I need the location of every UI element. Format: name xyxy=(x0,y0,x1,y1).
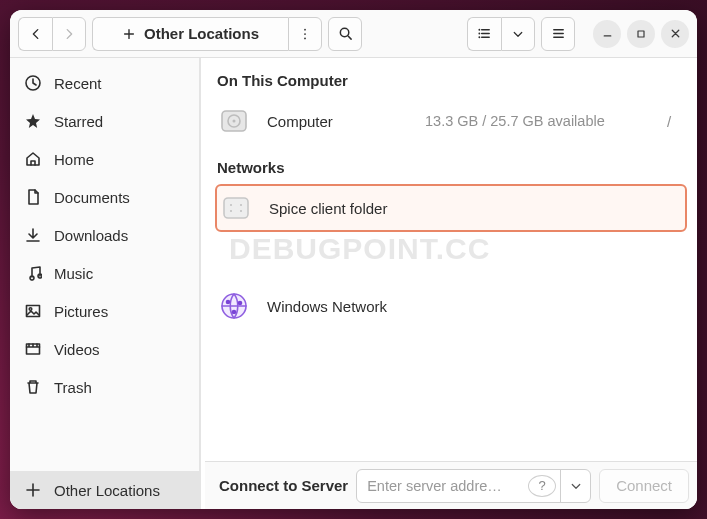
video-icon xyxy=(24,340,42,358)
forward-button[interactable] xyxy=(52,17,86,51)
svg-rect-15 xyxy=(224,198,248,218)
window-maximize-button[interactable] xyxy=(627,20,655,48)
watermark-text: DEBUGPOINT.CC xyxy=(229,232,490,266)
list-icon xyxy=(477,26,492,41)
location-bar-group: Other Locations xyxy=(92,17,322,51)
hard-drive-icon xyxy=(219,106,249,136)
svg-rect-7 xyxy=(638,31,644,37)
svg-point-3 xyxy=(340,28,348,36)
sidebar-item-pictures[interactable]: Pictures xyxy=(10,292,199,330)
sidebar-item-music[interactable]: Music xyxy=(10,254,199,292)
sidebar-item-label: Documents xyxy=(54,189,130,206)
sidebar-item-label: Recent xyxy=(54,75,102,92)
back-button[interactable] xyxy=(18,17,52,51)
svg-point-2 xyxy=(304,37,306,39)
svg-point-14 xyxy=(233,120,236,123)
sidebar: Recent Starred Home Documents Downloads … xyxy=(10,58,200,509)
network-row-windows[interactable]: Windows Network xyxy=(215,282,693,330)
document-icon xyxy=(24,188,42,206)
svg-point-19 xyxy=(240,210,242,212)
sidebar-item-recent[interactable]: Recent xyxy=(10,64,199,102)
sidebar-item-label: Home xyxy=(54,151,94,168)
sidebar-item-home[interactable]: Home xyxy=(10,140,199,178)
drive-mountpoint: / xyxy=(657,113,681,130)
home-icon xyxy=(24,150,42,168)
server-address-input[interactable] xyxy=(357,478,528,494)
connect-to-server-bar: Connect to Server ? Connect xyxy=(205,461,697,509)
chevron-right-icon xyxy=(62,27,76,41)
chevron-down-icon xyxy=(570,480,582,492)
location-menu-button[interactable] xyxy=(288,17,322,51)
location-bar[interactable]: Other Locations xyxy=(92,17,288,51)
sidebar-item-label: Trash xyxy=(54,379,92,396)
view-options-button[interactable] xyxy=(501,17,535,51)
sidebar-item-documents[interactable]: Documents xyxy=(10,178,199,216)
drive-row-computer[interactable]: Computer 13.3 GB / 25.7 GB available / xyxy=(215,97,693,145)
svg-point-21 xyxy=(226,300,231,305)
svg-point-1 xyxy=(304,33,306,35)
svg-point-23 xyxy=(232,310,237,315)
picture-icon xyxy=(24,302,42,320)
drive-capacity: 13.3 GB / 25.7 GB available xyxy=(425,113,639,129)
plus-icon xyxy=(122,27,136,41)
network-drive-icon xyxy=(221,193,251,223)
maximize-icon xyxy=(635,28,647,40)
titlebar: Other Locations xyxy=(10,10,697,58)
nav-history-group xyxy=(18,17,86,51)
connect-to-server-label: Connect to Server xyxy=(213,477,348,494)
sidebar-spacer xyxy=(10,406,199,471)
svg-point-22 xyxy=(238,301,243,306)
hamburger-menu-button[interactable] xyxy=(541,17,575,51)
section-networks: Networks xyxy=(215,155,693,184)
svg-point-0 xyxy=(304,28,306,30)
search-button[interactable] xyxy=(328,17,362,51)
section-on-this-computer: On This Computer xyxy=(215,68,693,97)
chevron-left-icon xyxy=(29,27,43,41)
close-icon xyxy=(669,27,682,40)
main-pane: On This Computer Computer 13.3 GB / 25.7… xyxy=(200,58,697,509)
sidebar-item-label: Other Locations xyxy=(54,482,160,499)
sidebar-item-starred[interactable]: Starred xyxy=(10,102,199,140)
sidebar-item-trash[interactable]: Trash xyxy=(10,368,199,406)
svg-point-17 xyxy=(230,210,232,212)
help-icon[interactable]: ? xyxy=(528,475,556,497)
sidebar-item-label: Videos xyxy=(54,341,100,358)
sidebar-item-label: Downloads xyxy=(54,227,128,244)
sidebar-item-videos[interactable]: Videos xyxy=(10,330,199,368)
connect-button-label: Connect xyxy=(616,477,672,494)
view-switch-group xyxy=(467,17,535,51)
window-body: Recent Starred Home Documents Downloads … xyxy=(10,58,697,509)
window-close-button[interactable] xyxy=(661,20,689,48)
search-icon xyxy=(338,26,353,41)
plus-icon xyxy=(24,481,42,499)
network-globe-icon xyxy=(219,291,249,321)
clock-icon xyxy=(24,74,42,92)
svg-point-4 xyxy=(478,29,480,31)
window-minimize-button[interactable] xyxy=(593,20,621,48)
drive-name: Computer xyxy=(267,113,407,130)
file-manager-window: Other Locations xyxy=(10,10,697,509)
music-icon xyxy=(24,264,42,282)
content-area: On This Computer Computer 13.3 GB / 25.7… xyxy=(205,58,697,461)
sidebar-item-downloads[interactable]: Downloads xyxy=(10,216,199,254)
server-address-group: ? xyxy=(356,469,591,503)
location-label: Other Locations xyxy=(144,25,259,42)
svg-rect-9 xyxy=(27,306,40,317)
svg-point-10 xyxy=(29,308,32,311)
sidebar-item-other-locations[interactable]: Other Locations xyxy=(10,471,199,509)
connect-button[interactable]: Connect xyxy=(599,469,689,503)
trash-icon xyxy=(24,378,42,396)
server-history-dropdown[interactable] xyxy=(560,470,590,502)
sidebar-item-label: Music xyxy=(54,265,93,282)
download-icon xyxy=(24,226,42,244)
sidebar-item-label: Pictures xyxy=(54,303,108,320)
list-view-button[interactable] xyxy=(467,17,501,51)
network-name: Spice client folder xyxy=(269,200,673,217)
svg-point-6 xyxy=(478,36,480,38)
svg-point-16 xyxy=(230,204,232,206)
svg-point-18 xyxy=(240,204,242,206)
kebab-icon xyxy=(298,27,312,41)
network-name: Windows Network xyxy=(267,298,681,315)
hamburger-icon xyxy=(551,26,566,41)
network-row-spice[interactable]: Spice client folder xyxy=(215,184,687,232)
